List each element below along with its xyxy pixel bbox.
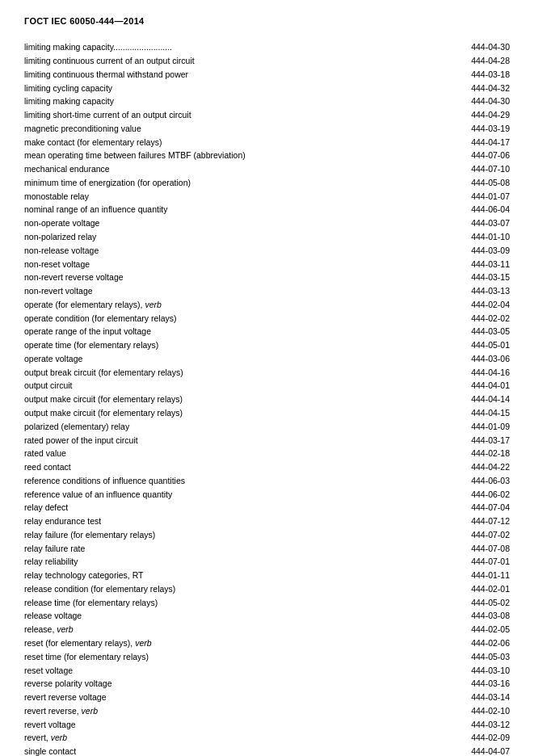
code-cell: 444-06-02 xyxy=(423,487,510,501)
term-cell: relay reliability xyxy=(24,555,423,569)
table-row: operate voltage444-03-06 xyxy=(24,352,510,366)
term-cell: polarized (elementary) relay xyxy=(24,419,423,433)
table-row: release, verb444-02-05 xyxy=(24,623,510,636)
code-cell: 444-03-18 xyxy=(423,68,510,82)
code-cell: 444-02-10 xyxy=(423,704,510,718)
table-row: magnetic preconditioning value444-03-19 xyxy=(24,122,510,136)
table-row: polarized (elementary) relay444-01-09 xyxy=(24,419,510,433)
term-cell: operate time (for elementary relays) xyxy=(24,338,423,352)
term-cell: mean operating time between failures MTB… xyxy=(24,149,423,162)
code-cell: 444-05-02 xyxy=(423,595,510,609)
term-cell: relay technology categories, RT xyxy=(24,569,423,582)
table-row: limiting making capacity444-04-30 xyxy=(24,94,510,108)
code-cell: 444-05-08 xyxy=(423,176,510,190)
code-cell: 444-02-09 xyxy=(423,731,510,745)
table-row: reed contact444-04-22 xyxy=(24,460,510,474)
code-cell: 444-04-14 xyxy=(423,393,510,406)
term-cell: reset voltage xyxy=(24,663,423,677)
code-cell: 444-03-13 xyxy=(423,284,510,298)
code-cell: 444-03-12 xyxy=(423,717,510,731)
table-row: limiting cycling capacity444-04-32 xyxy=(24,81,510,94)
term-cell: output circuit xyxy=(24,379,423,393)
term-cell: non-revert reverse voltage xyxy=(24,271,423,284)
code-cell: 444-03-06 xyxy=(423,352,510,366)
table-row: limiting continuous thermal withstand po… xyxy=(24,68,510,82)
code-cell: 444-03-08 xyxy=(423,609,510,623)
code-cell: 444-07-12 xyxy=(423,514,510,528)
code-cell: 444-01-11 xyxy=(423,569,510,582)
code-cell: 444-04-07 xyxy=(423,745,510,756)
term-cell: operate condition (for elementary relays… xyxy=(24,311,423,325)
table-row: relay defect444-07-04 xyxy=(24,501,510,514)
code-cell: 444-02-02 xyxy=(423,311,510,325)
code-cell: 444-02-06 xyxy=(423,636,510,650)
term-cell: release, verb xyxy=(24,623,423,636)
table-row: operate (for elementary relays), verb444… xyxy=(24,298,510,312)
term-cell: limiting making capacity xyxy=(24,94,423,108)
term-cell: output make circuit (for elementary rela… xyxy=(24,406,423,420)
code-cell: 444-01-07 xyxy=(423,189,510,203)
code-cell: 444-04-15 xyxy=(423,406,510,420)
term-cell: reference value of an influence quantity xyxy=(24,487,423,501)
code-cell: 444-07-04 xyxy=(423,501,510,514)
code-cell: 444-03-07 xyxy=(423,216,510,230)
code-cell: 444-01-10 xyxy=(423,230,510,244)
table-row: reference value of an influence quantity… xyxy=(24,487,510,501)
code-cell: 444-03-16 xyxy=(423,677,510,691)
table-row: revert reverse, verb444-02-10 xyxy=(24,704,510,718)
term-cell: rated power of the input circuit xyxy=(24,433,423,447)
table-row: relay technology categories, RT444-01-11 xyxy=(24,569,510,582)
table-row: non-revert voltage444-03-13 xyxy=(24,284,510,298)
table-row: minimum time of energization (for operat… xyxy=(24,176,510,190)
code-cell: 444-04-22 xyxy=(423,460,510,474)
term-cell: non-operate voltage xyxy=(24,216,423,230)
table-row: non-release voltage444-03-09 xyxy=(24,243,510,257)
term-cell: release voltage xyxy=(24,609,423,623)
table-row: operate range of the input voltage444-03… xyxy=(24,325,510,338)
term-cell: revert voltage xyxy=(24,717,423,731)
term-cell: relay endurance test xyxy=(24,514,423,528)
table-row: revert voltage444-03-12 xyxy=(24,717,510,731)
code-cell: 444-04-17 xyxy=(423,135,510,149)
code-cell: 444-04-29 xyxy=(423,108,510,122)
table-row: rated power of the input circuit444-03-1… xyxy=(24,433,510,447)
index-table: limiting making capacity................… xyxy=(24,40,510,756)
term-cell: reed contact xyxy=(24,460,423,474)
term-cell: limiting cycling capacity xyxy=(24,81,423,94)
code-cell: 444-03-09 xyxy=(423,243,510,257)
term-cell: reverse polarity voltage xyxy=(24,677,423,691)
term-cell: operate voltage xyxy=(24,352,423,366)
table-row: limiting short-time current of an output… xyxy=(24,108,510,122)
code-cell: 444-07-08 xyxy=(423,541,510,555)
term-cell: rated value xyxy=(24,447,423,460)
term-cell: operate range of the input voltage xyxy=(24,325,423,338)
table-row: reset time (for elementary relays)444-05… xyxy=(24,649,510,663)
code-cell: 444-07-06 xyxy=(423,149,510,162)
code-cell: 444-07-01 xyxy=(423,555,510,569)
term-cell: nominal range of an influence quantity xyxy=(24,203,423,216)
code-cell: 444-02-04 xyxy=(423,298,510,312)
term-cell: limiting making capacity................… xyxy=(24,40,423,54)
code-cell: 444-03-11 xyxy=(423,257,510,271)
table-row: revert reverse voltage444-03-14 xyxy=(24,691,510,704)
table-row: limiting making capacity................… xyxy=(24,40,510,54)
code-cell: 444-02-18 xyxy=(423,447,510,460)
table-row: limiting continuous current of an output… xyxy=(24,54,510,68)
term-cell: release condition (for elementary relays… xyxy=(24,582,423,596)
table-row: reset voltage444-03-10 xyxy=(24,663,510,677)
code-cell: 444-06-03 xyxy=(423,474,510,488)
term-cell: reset time (for elementary relays) xyxy=(24,649,423,663)
table-row: output make circuit (for elementary rela… xyxy=(24,393,510,406)
table-row: relay reliability444-07-01 xyxy=(24,555,510,569)
term-cell: limiting continuous current of an output… xyxy=(24,54,423,68)
term-cell: reference conditions of influence quanti… xyxy=(24,474,423,488)
table-row: reset (for elementary relays), verb444-0… xyxy=(24,636,510,650)
code-cell: 444-04-28 xyxy=(423,54,510,68)
code-cell: 444-04-16 xyxy=(423,365,510,379)
code-cell: 444-03-05 xyxy=(423,325,510,338)
term-cell: non-reset voltage xyxy=(24,257,423,271)
table-row: non-operate voltage444-03-07 xyxy=(24,216,510,230)
table-row: rated value444-02-18 xyxy=(24,447,510,460)
table-row: relay failure rate444-07-08 xyxy=(24,541,510,555)
term-cell: limiting continuous thermal withstand po… xyxy=(24,68,423,82)
